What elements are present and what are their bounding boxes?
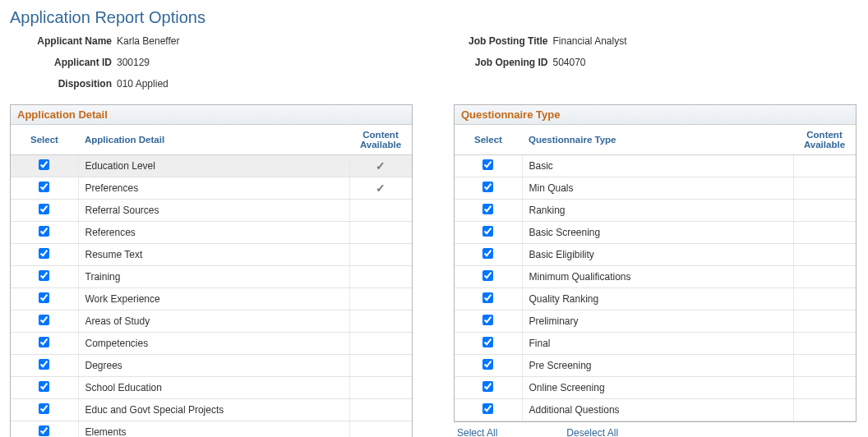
value-job-posting-title: Financial Analyst [553,35,627,47]
grid-application-detail: Select Application Detail Content Availa… [11,125,412,437]
field-disposition: Disposition 010 Applied [23,78,180,90]
cell-content-available [793,333,856,355]
table-row: School Education [11,377,412,399]
col-header-content-available[interactable]: Content Available [793,125,856,155]
select-checkbox[interactable] [39,381,49,392]
cell-select [11,222,78,244]
select-checkbox[interactable] [39,248,49,259]
select-checkbox[interactable] [482,226,493,237]
value-applicant-id: 300129 [117,57,150,68]
cell-label: Additional Questions [522,399,793,421]
cell-label: Min Quals [522,177,793,200]
field-applicant-name: Applicant Name Karla Beneffer [23,35,180,47]
cell-label: Basic Eligibility [522,244,793,266]
field-applicant-id: Applicant ID 300129 [23,57,180,68]
select-checkbox[interactable] [482,381,493,392]
table-row: Online Screening [455,377,856,399]
select-checkbox[interactable] [39,359,49,370]
select-checkbox[interactable] [39,226,49,237]
col-header-select[interactable]: Select [11,125,78,155]
cell-content-available [349,310,412,333]
cell-select [11,333,78,355]
panel-header-questionnaire-type: Questionnaire Type [455,105,856,125]
col-header-content-available[interactable]: Content Available [349,125,412,155]
cell-content-available [793,177,856,200]
col-header-type[interactable]: Questionnaire Type [522,125,793,155]
label-job-opening-id: Job Opening ID [459,57,548,68]
value-disposition: 010 Applied [117,78,169,90]
cell-label: Educ and Govt Special Projects [78,399,349,421]
select-checkbox[interactable] [482,292,493,303]
select-checkbox[interactable] [482,159,493,170]
select-checkbox[interactable] [482,337,493,347]
header-left-col: Applicant Name Karla Beneffer Applicant … [23,35,180,90]
cell-label: Training [78,266,349,288]
select-checkbox[interactable] [482,359,493,370]
cell-select [455,155,522,177]
cell-content-available [793,244,856,266]
col-header-select[interactable]: Select [455,125,522,155]
select-checkbox[interactable] [39,182,49,192]
select-checkbox[interactable] [39,337,49,347]
field-job-opening-id: Job Opening ID 504070 [459,57,627,68]
table-row: Preliminary [455,310,856,333]
select-checkbox[interactable] [482,204,493,214]
table-row: Degrees [11,355,412,377]
cell-select [455,333,522,355]
label-applicant-name: Applicant Name [23,35,112,47]
cell-select [11,421,78,438]
cell-content-available [349,200,412,222]
select-checkbox[interactable] [39,270,49,281]
cell-content-available [349,266,412,288]
link-select-all[interactable]: Select All [457,427,497,437]
cell-content-available [793,288,856,310]
cell-content-available [793,377,856,399]
cell-label: Pre Screening [522,355,793,377]
cell-label: School Education [78,377,349,399]
header-fields: Applicant Name Karla Beneffer Applicant … [23,35,858,90]
grid-questionnaire-type: Select Questionnaire Type Content Availa… [455,125,856,421]
cell-label: Education Level [78,155,349,177]
cell-select [11,288,78,310]
select-checkbox[interactable] [482,270,493,281]
table-row: Basic [455,155,856,177]
table-row: Work Experience [11,288,412,310]
page-title: Application Report Options [10,8,858,27]
cell-select [11,310,78,333]
link-deselect-all[interactable]: Deselect All [566,427,618,437]
select-checkbox[interactable] [39,403,49,414]
cell-label: Referral Sources [78,200,349,222]
links-row: Select All Deselect All [454,427,856,437]
select-checkbox[interactable] [39,315,49,325]
panel-header-application-detail: Application Detail [11,105,412,125]
cell-label: Ranking [522,200,793,222]
table-row: Additional Questions [455,399,856,421]
cell-content-available [793,200,856,222]
value-applicant-name: Karla Beneffer [117,35,180,47]
select-checkbox[interactable] [39,292,49,303]
cell-label: Basic Screening [522,222,793,244]
col-header-detail[interactable]: Application Detail [78,125,349,155]
select-checkbox[interactable] [39,159,49,170]
cell-content-available [349,377,412,399]
select-checkbox[interactable] [482,182,493,192]
table-row: Referral Sources [11,200,412,222]
select-checkbox[interactable] [482,315,493,325]
table-row: Preferences [11,177,412,200]
cell-label: Online Screening [522,377,793,399]
cell-select [11,266,78,288]
cell-content-available [349,355,412,377]
cell-select [455,399,522,421]
cell-content-available [793,355,856,377]
cell-content-available [349,244,412,266]
cell-label: Final [522,333,793,355]
select-checkbox[interactable] [39,426,49,436]
select-checkbox[interactable] [482,248,493,259]
select-checkbox[interactable] [482,403,493,414]
table-row: Competencies [11,333,412,355]
cell-label: Preliminary [522,310,793,333]
cell-label: Preferences [78,177,349,200]
select-checkbox[interactable] [39,204,49,214]
value-job-opening-id: 504070 [553,57,586,68]
checkmark-icon [376,182,386,195]
